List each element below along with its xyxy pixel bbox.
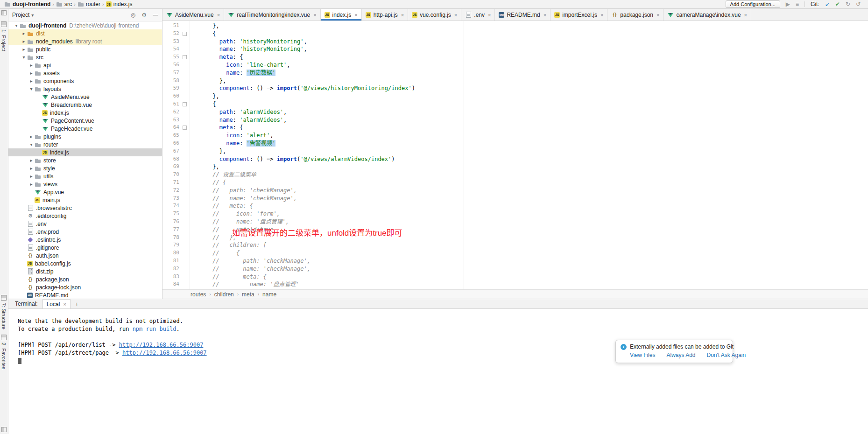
chevron-right-icon[interactable]: ▸ [28,166,35,171]
tree-item-app-vue[interactable]: App.vue [8,188,162,196]
tree-item-editorconfig[interactable]: ⚙.editorconfig [8,212,162,220]
tree-item-browserslistrc[interactable]: .browserslistrc [8,204,162,212]
tab-close-icon[interactable]: × [354,12,357,18]
add-configuration-button[interactable]: Add Configuration... [726,0,780,8]
tree-item-duoji-frontend[interactable]: ▾duoji-frontendD:\zheheWeb\duoji-fronten… [8,21,162,29]
tab-close-icon[interactable]: × [217,12,220,18]
tab-close-icon[interactable]: × [656,12,659,18]
tree-item-asidemenu-vue[interactable]: AsideMenu.vue [8,93,162,101]
tree-item-public[interactable]: ▸public [8,45,162,53]
breadcrumb-item-index-js[interactable]: JSindex.js [105,1,134,7]
tab-close-icon[interactable]: × [454,12,457,18]
tab-close-icon[interactable]: × [401,12,404,18]
chevron-right-icon[interactable]: ▸ [21,31,27,36]
chevron-right-icon[interactable]: ▸ [28,158,35,163]
project-panel-title[interactable]: Project [12,12,29,18]
tree-item-components[interactable]: ▸components [8,77,162,85]
tab-close-icon[interactable]: × [488,12,491,18]
breadcrumb-item-children[interactable]: children [214,291,234,298]
tab-importexcel-js[interactable]: JSimportExcel.js× [550,9,607,21]
terminal-tab-local[interactable]: Local × [42,299,71,309]
chevron-right-icon[interactable]: ▸ [28,70,35,76]
locate-file-icon[interactable]: ◎ [131,12,135,18]
breadcrumb-item-routes[interactable]: routes [191,291,206,298]
tree-item-index-js[interactable]: JSindex.js [8,148,162,156]
tab-index-js[interactable]: JSindex.js× [321,9,362,21]
tree-item-env-prod[interactable]: .env.prod [8,228,162,236]
chevron-right-icon[interactable]: ▸ [28,174,35,179]
stripe-favorites-button[interactable]: 2: Favorites [1,334,7,369]
tree-item-dist-zip[interactable]: dist.zip [8,267,162,275]
chevron-right-icon[interactable]: ▸ [28,78,35,84]
tree-item-env[interactable]: .env [8,220,162,228]
tab-cameramanage-index-vue[interactable]: cameraManage\index.vue× [663,9,751,21]
tree-item-src[interactable]: ▾src [8,53,162,61]
tree-item-pageheader-vue[interactable]: PageHeader.vue [8,125,162,133]
chevron-down-icon[interactable]: ▾ [31,13,34,18]
toolwindow-grid-icon[interactable] [1,427,7,432]
breadcrumb-item-duoji-frontend[interactable]: duoji-frontend [3,1,52,7]
breadcrumb-item-router[interactable]: router [76,1,102,7]
tree-item-readme-md[interactable]: MDREADME.md [8,291,162,299]
tab-close-icon[interactable]: × [600,12,603,18]
vcs-rollback-icon[interactable]: ↺ [856,1,861,7]
notification-action-view-files[interactable]: View Files [630,352,655,358]
chevron-right-icon[interactable]: ▸ [28,182,35,187]
chevron-right-icon[interactable]: ▸ [21,47,27,52]
hide-panel-icon[interactable]: — [153,12,158,18]
tab-close-icon[interactable]: × [313,12,316,18]
tree-item-package-lock-json[interactable]: {}package-lock.json [8,283,162,291]
chevron-down-icon[interactable]: ▾ [28,86,35,91]
chevron-down-icon[interactable]: ▾ [21,55,27,60]
fold-marker-icon[interactable] [179,30,190,38]
tree-item-gitignore[interactable]: .gitignore [8,244,162,252]
chevron-right-icon[interactable]: ▸ [28,63,35,68]
tab-asidemenu-vue[interactable]: AsideMenu.vue× [162,9,224,21]
tab-readme-md[interactable]: MDREADME.md× [495,9,550,21]
run-icon[interactable]: ▶ [786,1,790,7]
tree-item-style[interactable]: ▸style [8,164,162,172]
notification-action-don-t-ask-again[interactable]: Don't Ask Again [707,352,746,358]
close-icon[interactable]: × [63,301,66,307]
tree-item-utils[interactable]: ▸utils [8,172,162,180]
terminal-link[interactable]: http://192.168.66.56:9007 [122,350,207,356]
tab-realtimemonitoring-index-vue[interactable]: realTimeMonitoring\index.vue× [224,9,320,21]
code-editor[interactable]: 51 },52 {53 path: 'historyMonitoring',54… [162,21,868,289]
chevron-right-icon[interactable]: ▸ [21,39,27,44]
tree-item-main-js[interactable]: JSmain.js [8,196,162,204]
fold-marker-icon[interactable] [179,53,190,61]
tree-item-views[interactable]: ▸views [8,180,162,188]
tree-item-layouts[interactable]: ▾layouts [8,85,162,93]
tab-package-json[interactable]: {}package.json× [607,9,663,21]
breadcrumb-item-name[interactable]: name [262,291,276,298]
tree-item-auth-json[interactable]: {}auth.json [8,252,162,259]
stripe-structure-button[interactable]: 7: Structure [1,294,7,329]
tree-item-eslintrc-js[interactable]: .eslintrc.js [8,236,162,244]
gear-icon[interactable]: ⚙ [141,12,147,18]
vcs-history-icon[interactable]: ↻ [846,1,850,7]
tab-vue-config-js[interactable]: JSvue.config.js× [408,9,461,21]
tree-item-api[interactable]: ▸api [8,61,162,69]
toolwindow-grid-icon[interactable] [1,10,7,15]
tree-item-node-modules[interactable]: ▸node_moduleslibrary root [8,37,162,45]
tree-item-plugins[interactable]: ▸plugins [8,133,162,140]
tree-item-assets[interactable]: ▸assets [8,69,162,77]
vcs-update-icon[interactable]: ↙ [825,1,830,7]
chevron-down-icon[interactable]: ▾ [13,23,20,28]
fold-marker-icon[interactable] [179,124,190,132]
tree-item-package-json[interactable]: {}package.json [8,275,162,283]
tree-item-dist[interactable]: ▸dist [8,29,162,37]
terminal-link[interactable]: http://192.168.66.56:9007 [119,342,204,348]
tree-item-breadcrumb-vue[interactable]: Breadcrumb.vue [8,101,162,109]
tree-item-router[interactable]: ▾router [8,140,162,148]
tree-item-index-js[interactable]: JSindex.js [8,109,162,117]
breadcrumb-item-src[interactable]: src [55,1,73,7]
new-terminal-icon[interactable]: + [75,301,79,308]
chevron-down-icon[interactable]: ▾ [28,142,35,147]
tab-close-icon[interactable]: × [744,12,747,18]
stripe-project-button[interactable]: 1: Project [1,21,7,51]
tab-close-icon[interactable]: × [543,12,546,18]
breadcrumb-item-meta[interactable]: meta [242,291,254,298]
tab-http-api-js[interactable]: JShttp-api.js× [362,9,408,21]
tree-item-babel-config-js[interactable]: JSbabel.config.js [8,259,162,267]
